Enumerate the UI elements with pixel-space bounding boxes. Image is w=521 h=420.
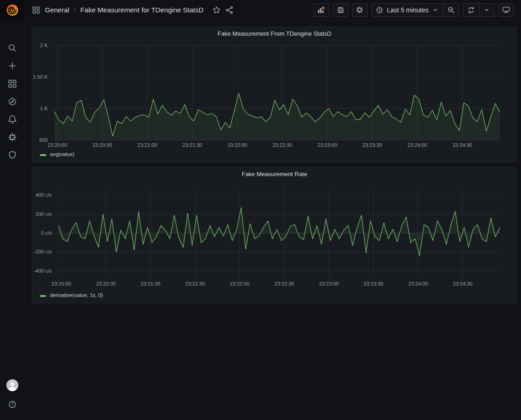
top-navbar: General / Fake Measurement for TDengine … — [0, 0, 521, 20]
create-menu-item[interactable] — [8, 61, 17, 70]
panel-fake-measurement: Fake Measurement From TDengine StatsD 23… — [32, 27, 517, 162]
refresh-button[interactable] — [463, 4, 479, 16]
y-tick-label: 500 — [39, 137, 48, 143]
save-dashboard-button[interactable] — [333, 3, 348, 17]
zoom-out-icon — [447, 6, 455, 14]
dashboards-grid-icon — [8, 79, 17, 88]
x-tick-label: 23:22:00 — [228, 142, 247, 148]
x-tick-label: 23:23:30 — [363, 142, 382, 148]
y-tick-label: 1 K — [40, 106, 48, 111]
time-picker-group: Last 5 minutes — [371, 3, 459, 17]
time-range-label: Last 5 minutes — [387, 6, 429, 14]
explore-menu-item[interactable] — [8, 97, 17, 106]
refresh-interval-dropdown[interactable] — [479, 4, 494, 16]
refresh-icon — [467, 6, 475, 14]
grafana-logo-icon — [5, 2, 20, 18]
save-icon — [337, 6, 344, 14]
search-icon — [8, 43, 17, 53]
x-tick-label: 23:22:30 — [272, 142, 292, 148]
x-tick-label: 23:21:00 — [137, 142, 157, 148]
x-tick-label: 23:23:00 — [317, 142, 337, 148]
x-tick-label: 23:20:00 — [52, 281, 71, 286]
alerting-menu-item[interactable] — [8, 115, 17, 124]
timeseries-svg[interactable]: 23:20:0023:20:3023:21:0023:21:3023:22:00… — [33, 180, 516, 291]
x-tick-label: 23:20:30 — [92, 142, 112, 148]
legend-swatch[interactable] — [40, 154, 46, 156]
legend-label[interactable]: avg(value) — [50, 151, 75, 157]
x-tick-label: 23:24:30 — [453, 281, 472, 286]
dashboard-canvas: Fake Measurement From TDengine StatsD 23… — [25, 20, 521, 308]
breadcrumb-folder[interactable]: General — [45, 6, 69, 14]
explore-compass-icon — [8, 97, 17, 106]
panel-fake-measurement-rate: Fake Measurement Rate 23:20:0023:20:3023… — [32, 167, 517, 303]
chart-legend: avg(value) — [33, 150, 516, 162]
add-panel-icon — [317, 6, 325, 14]
chart-legend: derivative(value, 1s, 0) — [33, 291, 516, 303]
dashboards-menu-item[interactable] — [8, 79, 17, 88]
y-tick-label: 2 K — [40, 43, 48, 48]
panel-title[interactable]: Fake Measurement From TDengine StatsD — [33, 27, 516, 40]
grafana-logo[interactable] — [0, 0, 25, 20]
x-tick-label: 23:21:30 — [183, 142, 202, 148]
refresh-group — [463, 3, 494, 17]
cycle-view-mode-button[interactable] — [498, 3, 514, 17]
legend-label[interactable]: derivative(value, 1s, 0) — [50, 292, 103, 298]
star-button[interactable] — [210, 4, 223, 16]
x-tick-label: 23:21:30 — [185, 281, 205, 286]
star-icon — [212, 6, 221, 14]
x-tick-label: 23:23:30 — [364, 281, 383, 286]
x-tick-label: 23:22:00 — [230, 281, 250, 286]
add-panel-button[interactable] — [314, 3, 329, 17]
timeseries-chart[interactable]: 23:20:0023:20:3023:21:0023:21:3023:22:00… — [33, 40, 516, 150]
monitor-icon — [502, 6, 510, 14]
breadcrumb: General / Fake Measurement for TDengine … — [32, 6, 204, 14]
configuration-menu-item[interactable] — [8, 133, 17, 142]
time-range-picker[interactable]: Last 5 minutes — [372, 4, 443, 16]
y-tick-label: 1.50 K — [33, 74, 48, 80]
configuration-gear-icon — [8, 133, 17, 142]
svg-text:?: ? — [11, 402, 14, 407]
series-fill — [54, 93, 500, 140]
y-tick-label: -200 c/s — [34, 249, 52, 254]
x-tick-label: 23:23:00 — [319, 281, 339, 286]
share-icon — [225, 6, 233, 14]
x-tick-label: 23:21:00 — [141, 281, 160, 286]
y-tick-label: 0 c/s — [41, 230, 52, 236]
dashboard-settings-button[interactable] — [352, 3, 368, 17]
dashboard-title: Fake Measurement for TDengine StatsD — [81, 6, 204, 14]
settings-gear-icon — [356, 6, 364, 14]
x-tick-label: 23:24:00 — [408, 281, 428, 286]
y-tick-label: 200 c/s — [36, 211, 52, 217]
timeseries-svg[interactable]: 23:20:0023:20:3023:21:0023:21:3023:22:00… — [33, 40, 516, 150]
server-admin-menu-item[interactable] — [8, 151, 17, 160]
x-tick-label: 23:20:30 — [96, 281, 116, 286]
timeseries-chart[interactable]: 23:20:0023:20:3023:21:0023:21:3023:22:00… — [33, 180, 516, 291]
x-tick-label: 23:24:00 — [407, 142, 427, 148]
x-tick-label: 23:20:00 — [48, 142, 67, 148]
plus-icon — [8, 61, 17, 70]
alerting-bell-icon — [8, 115, 17, 124]
apps-grid-icon — [32, 6, 40, 14]
x-tick-label: 23:24:30 — [452, 142, 472, 148]
chevron-down-icon — [483, 7, 490, 13]
zoom-out-button[interactable] — [443, 4, 459, 16]
legend-swatch[interactable] — [40, 295, 46, 297]
series-line — [59, 208, 500, 256]
sidebar: ? — [0, 20, 25, 420]
chevron-down-icon — [432, 7, 439, 13]
dashboard-toolbar: Last 5 minutes — [314, 3, 514, 17]
panel-title[interactable]: Fake Measurement Rate — [33, 167, 516, 180]
share-button[interactable] — [223, 4, 236, 16]
series-fill — [59, 208, 500, 256]
search-menu-item[interactable] — [8, 43, 17, 53]
clock-icon — [376, 6, 383, 14]
user-avatar[interactable] — [6, 379, 18, 391]
y-tick-label: 400 c/s — [36, 192, 52, 198]
y-tick-label: -400 c/s — [34, 268, 52, 274]
admin-shield-icon — [8, 151, 17, 160]
avatar-silhouette-icon — [6, 379, 18, 391]
x-tick-label: 23:22:30 — [275, 281, 294, 286]
help-icon: ? — [8, 400, 17, 409]
breadcrumb-separator: / — [74, 6, 76, 14]
help-menu-item[interactable]: ? — [8, 400, 17, 409]
